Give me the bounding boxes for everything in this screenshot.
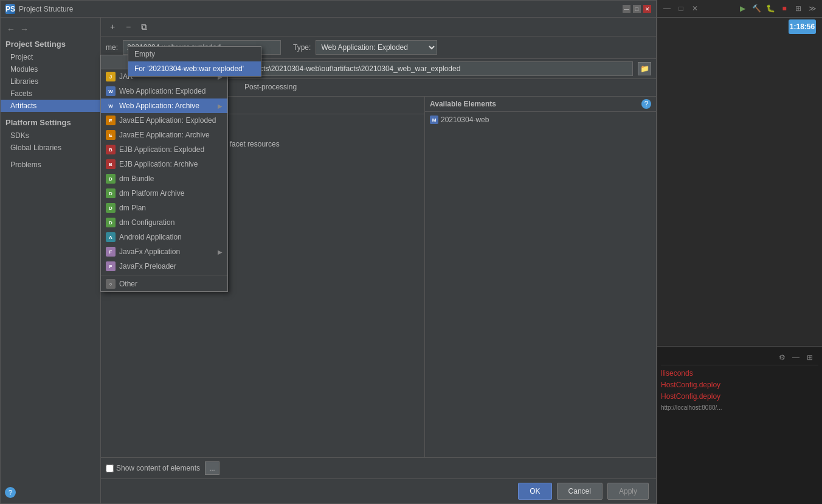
submenu-item-for-project[interactable]: For '20210304-web:war exploded' [128,61,261,76]
log-grid-btn[interactable]: ⊞ [804,351,816,364]
menu-item-jee-archive[interactable]: E JavaEE Application: Archive [101,128,227,142]
minimize-ide-btn[interactable]: — [661,2,673,15]
menu-item-dm-bundle[interactable]: D dm Bundle [101,171,227,186]
ide-toolbar: — □ ✕ ▶ 🔨 🐛 ■ ⊞ ≫ [657,0,822,18]
sidebar-item-facets[interactable]: Facets [1,88,100,100]
javafx-preloader-icon: F [106,261,116,271]
log-text: lliseconds HostConfig.deploy HostConfig.… [661,368,818,413]
log-line-3: HostConfig.deploy [661,391,818,402]
build-btn[interactable]: 🔨 [750,2,762,15]
copy-artifact-btn[interactable]: ⧉ [137,20,151,33]
sidebar-item-project-label: Project [10,53,33,61]
right-tree-item-module[interactable]: M 20210304-web [427,114,654,125]
cancel-button[interactable]: Cancel [557,483,603,500]
menu-item-javafx-preloader[interactable]: F JavaFx Preloader [101,259,227,274]
sidebar-item-artifacts[interactable]: Artifacts [1,100,100,112]
show-content-checkbox[interactable] [106,464,114,472]
right-panel-header: Available Elements ? [425,97,656,112]
run-btn[interactable]: ▶ [736,2,748,15]
dm-plan-icon: D [106,203,116,213]
project-settings-title: Project Settings [1,38,100,51]
minimize-btn[interactable]: — [623,5,630,13]
add-dropdown-menu: Add J JAR ▶ W Web Application: Exploded … [100,55,228,292]
title-bar-controls: — □ ✕ [623,5,651,13]
web-exp-icon: W [106,86,116,96]
restore-btn[interactable]: □ [633,5,641,13]
menu-item-dm-config[interactable]: D dm Configuration [101,215,227,230]
maximize-ide-btn[interactable]: □ [675,2,687,15]
menu-item-android[interactable]: A Android Application [101,230,227,244]
available-elements-title: Available Elements [430,100,496,108]
dm-bundle-icon: D [106,174,116,184]
jar-icon: J [106,72,116,81]
sidebar: ← → Project Settings Project Modules Lib… [1,18,101,503]
sidebar-item-modules[interactable]: Modules [1,63,100,75]
window-icon: PS [5,4,15,14]
submenu-item-empty[interactable]: Empty [128,47,261,61]
log-line-2: HostConfig.deploy [661,379,818,391]
add-artifact-btn[interactable]: + [106,20,119,33]
artifact-type-select[interactable]: Web Application: Exploded [316,40,437,55]
sidebar-item-facets-label: Facets [10,89,32,98]
ok-button[interactable]: OK [518,483,551,500]
sidebar-item-global-libraries[interactable]: Global Libraries [1,142,100,154]
ide-panel: — □ ✕ ▶ 🔨 🐛 ■ ⊞ ≫ 1:18:56 ⚙ — ⊞ llisecon… [657,0,822,504]
menu-item-web-exploded[interactable]: W Web Application: Exploded [101,84,227,98]
sidebar-separator-2 [1,154,100,159]
frame-btn[interactable]: ⊞ [792,2,804,15]
close-ide-btn[interactable]: ✕ [689,2,701,15]
ejb-exp-icon: B [106,145,116,154]
clock-badge: 1:18:56 [789,19,816,34]
menu-item-ejb-archive[interactable]: B EJB Application: Archive [101,157,227,171]
right-tree-area: M 20210304-web [425,112,656,457]
sidebar-item-global-libraries-label: Global Libraries [10,143,61,152]
menu-separator [101,275,227,275]
dialog-buttons: OK Cancel Apply [101,478,656,503]
more-options-btn[interactable]: ... [205,461,219,475]
sidebar-item-sdks-label: SDKs [10,131,29,140]
menu-item-ejb-exploded[interactable]: B EJB Application: Exploded [101,142,227,157]
menu-item-web-archive[interactable]: W Web Application: Archive ▶ [101,98,227,113]
menu-item-jee-exploded[interactable]: E JavaEE Application: Exploded [101,113,227,128]
log-line-1: lliseconds [661,368,818,379]
stop-btn[interactable]: ■ [778,2,790,15]
menu-item-javafx[interactable]: F JavaFx Application ▶ [101,244,227,259]
menu-item-other[interactable]: ○ Other [101,277,227,291]
dm-config-icon: D [106,218,116,227]
sidebar-item-libraries[interactable]: Libraries [1,75,100,88]
tab-post-processing[interactable]: Post-processing [235,79,306,96]
log-toolbar: ⚙ — ⊞ [661,350,818,365]
log-close-btn[interactable]: — [790,351,802,364]
other-icon: ○ [106,279,116,289]
log-settings-btn[interactable]: ⚙ [776,351,788,364]
web-archive-arrow: ▶ [218,103,223,109]
nav-back-btn[interactable]: ← [5,24,16,35]
debug-btn[interactable]: 🐛 [764,2,776,15]
artifact-type-label: Type: [293,43,311,52]
global-help-icon[interactable]: ? [5,487,16,498]
sidebar-item-problems[interactable]: Problems [1,159,100,171]
menu-item-dm-platform[interactable]: D dm Platform Archive [101,186,227,201]
sidebar-nav: ← → [1,22,100,36]
window-title: Project Structure [19,5,73,13]
more-ide-btn[interactable]: ≫ [806,2,818,15]
android-icon: A [106,232,116,242]
sidebar-separator [1,112,100,117]
close-btn[interactable]: ✕ [643,5,651,13]
nav-forward-btn[interactable]: → [19,24,30,35]
ejb-arc-icon: B [106,159,116,169]
help-icon[interactable]: ? [641,99,651,109]
apply-button[interactable]: Apply [607,483,649,500]
sidebar-item-artifacts-label: Artifacts [10,102,36,110]
jee-arc-icon: E [106,130,116,140]
remove-artifact-btn[interactable]: − [122,20,135,33]
web-arc-icon: W [106,101,116,111]
browse-output-btn[interactable]: 📁 [638,62,651,75]
dm-platform-icon: D [106,188,116,198]
sidebar-item-problems-label: Problems [10,161,41,169]
sidebar-item-sdks[interactable]: SDKs [1,129,100,142]
menu-item-dm-plan[interactable]: D dm Plan [101,201,227,215]
window-body: ← → Project Settings Project Modules Lib… [1,18,656,503]
bottom-bar: Show content of elements ... [101,457,656,478]
sidebar-item-project[interactable]: Project [1,51,100,63]
